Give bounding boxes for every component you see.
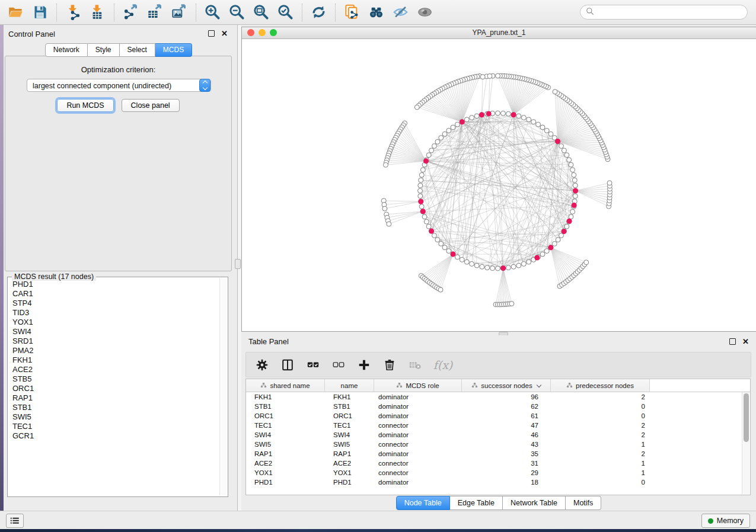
network-leaf-node[interactable] (496, 73, 500, 78)
export-table-button[interactable] (143, 2, 167, 23)
mcds-result-item[interactable]: ACE2 (12, 365, 219, 374)
mcds-dominator-node[interactable] (573, 188, 578, 194)
network-node[interactable] (470, 116, 474, 120)
share-document-button[interactable] (340, 2, 364, 23)
network-node[interactable] (511, 264, 516, 269)
graph-nodes[interactable] (381, 73, 612, 307)
network-node[interactable] (521, 116, 526, 120)
mcds-result-item[interactable]: TEC1 (12, 422, 219, 431)
network-node[interactable] (540, 252, 545, 257)
network-node[interactable] (451, 125, 455, 130)
network-node[interactable] (442, 245, 447, 250)
criterion-dropdown[interactable]: largest connected component (undirected) (27, 79, 211, 92)
network-node[interactable] (573, 183, 578, 188)
network-node[interactable] (496, 111, 500, 116)
search-input[interactable] (598, 8, 742, 17)
task-history-button[interactable] (6, 514, 24, 528)
import-network-button[interactable] (61, 2, 85, 23)
network-node[interactable] (442, 132, 447, 136)
open-button[interactable] (4, 2, 28, 23)
table-row[interactable]: ORC1ORC1dominator610 (246, 411, 742, 421)
network-node[interactable] (426, 224, 431, 229)
mcds-result-item[interactable]: STB1 (12, 403, 219, 412)
gear-button[interactable] (254, 357, 270, 373)
search-binoculars-button[interactable] (364, 2, 388, 23)
network-leaf-node[interactable] (553, 89, 557, 94)
plus-button[interactable] (356, 357, 372, 373)
network-node[interactable] (536, 122, 541, 127)
network-node[interactable] (446, 249, 451, 254)
network-node[interactable] (419, 178, 423, 182)
network-node[interactable] (544, 128, 549, 133)
network-node[interactable] (424, 219, 429, 224)
network-node[interactable] (531, 120, 536, 124)
table-row[interactable]: STB1STB1dominator620 (246, 402, 742, 411)
network-leaf-node[interactable] (487, 73, 492, 78)
table-row[interactable]: SWI4SWI4dominator462 (246, 430, 742, 440)
close-panel-button[interactable]: Close panel (122, 99, 180, 112)
network-node[interactable] (500, 111, 505, 116)
network-node[interactable] (570, 209, 575, 214)
vertical-splitter[interactable] (234, 25, 241, 511)
mcds-dominator-node[interactable] (486, 111, 492, 116)
hide-selected-eye-button[interactable] (388, 2, 413, 23)
network-node[interactable] (429, 148, 434, 153)
table-row[interactable]: YOX1YOX1connector291 (246, 468, 742, 477)
network-node[interactable] (569, 162, 573, 167)
zoom-in-button[interactable] (200, 2, 225, 23)
network-node[interactable] (572, 172, 576, 177)
mcds-result-item[interactable]: STB5 (12, 374, 219, 384)
mcds-result-item[interactable]: TID3 (12, 308, 219, 318)
network-node[interactable] (544, 249, 549, 254)
split-panes-button[interactable] (280, 357, 295, 373)
mcds-dominator-node[interactable] (511, 112, 516, 117)
dropdown-stepper-icon[interactable] (199, 79, 210, 92)
network-node[interactable] (464, 117, 469, 122)
network-node[interactable] (564, 224, 569, 229)
network-node[interactable] (569, 214, 573, 219)
tab-network-table[interactable]: Network Table (503, 496, 566, 510)
network-node[interactable] (435, 238, 440, 242)
mcds-result-item[interactable]: SWI4 (12, 327, 219, 336)
mcds-result-item[interactable]: YOX1 (12, 318, 219, 327)
network-node[interactable] (570, 168, 575, 172)
network-node[interactable] (567, 158, 572, 162)
network-node[interactable] (559, 143, 564, 148)
network-node[interactable] (419, 172, 424, 177)
network-leaf-node[interactable] (480, 75, 485, 79)
network-node[interactable] (506, 265, 511, 270)
export-network-button[interactable] (119, 2, 143, 23)
network-node[interactable] (480, 264, 484, 269)
column-header-successor-nodes[interactable]: successor nodes (462, 379, 551, 392)
column-header-predecessor-nodes[interactable]: predecessor nodes (551, 379, 650, 392)
network-node[interactable] (470, 261, 474, 266)
network-node[interactable] (548, 132, 553, 136)
mcds-result-item[interactable]: PMA2 (12, 346, 219, 355)
tab-select[interactable]: Select (120, 43, 155, 57)
tab-style[interactable]: Style (88, 43, 120, 57)
network-node[interactable] (422, 214, 427, 219)
show-eye-button[interactable] (413, 2, 437, 23)
column-header-name[interactable]: name (325, 379, 374, 392)
delete-table-button[interactable] (407, 357, 423, 373)
table-row[interactable]: SWI5SWI5connector431 (246, 440, 742, 449)
trash-button[interactable] (382, 357, 397, 373)
table-row[interactable]: PHD1PHD1dominator180 (246, 477, 742, 487)
network-node[interactable] (527, 259, 531, 264)
mcds-dominator-node[interactable] (418, 199, 423, 204)
close-panel-icon[interactable]: ✕ (221, 31, 228, 36)
table-row[interactable]: RAP1RAP1dominator352 (246, 449, 742, 459)
network-node[interactable] (426, 153, 431, 158)
vertical-splitter-handle[interactable] (235, 259, 241, 269)
tab-network[interactable]: Network (45, 43, 88, 57)
network-node[interactable] (573, 194, 578, 198)
memory-button[interactable]: Memory (701, 514, 750, 528)
mcds-dominator-node[interactable] (500, 265, 506, 271)
network-node[interactable] (527, 117, 531, 122)
mcds-result-item[interactable]: GCR1 (12, 431, 219, 441)
column-header-shared-name[interactable]: shared name (246, 379, 325, 392)
save-button[interactable] (28, 2, 52, 23)
network-node[interactable] (572, 178, 577, 182)
mcds-result-item[interactable]: RAP1 (12, 393, 219, 403)
network-node[interactable] (464, 259, 469, 264)
